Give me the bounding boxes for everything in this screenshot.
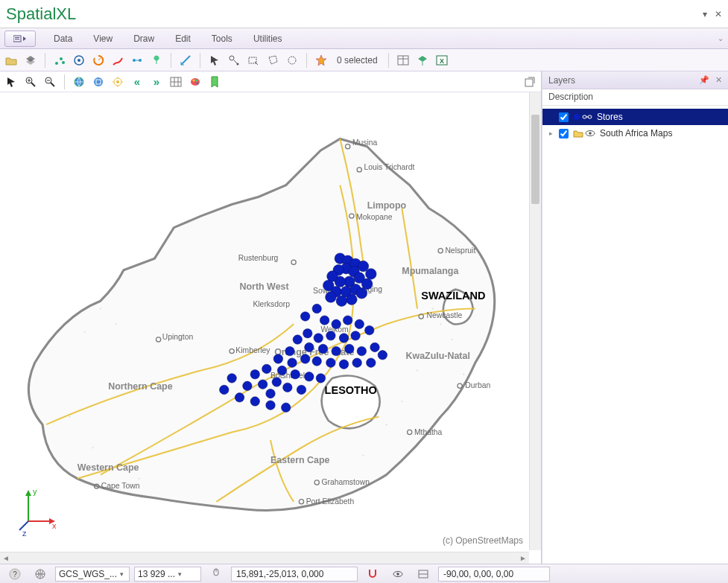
style-icon[interactable] (189, 75, 202, 89)
chevron-down-icon: ▾ (120, 570, 124, 578)
snapping-icon[interactable] (362, 567, 383, 582)
svg-point-132 (273, 354, 282, 363)
push-to-layer-icon[interactable] (416, 54, 429, 67)
measure-icon[interactable] (179, 54, 192, 67)
scroll-right-icon[interactable]: ► (517, 554, 529, 562)
svg-point-131 (262, 364, 271, 373)
svg-point-108 (318, 344, 327, 353)
map-scrollbar-horizontal[interactable]: ◄ ► (0, 552, 529, 564)
main-toolbar: 0 selected X (0, 49, 728, 71)
select-polygon-icon[interactable] (266, 54, 279, 67)
scale-combo[interactable]: 13 929 ... ▾ (134, 567, 201, 582)
expand-ribbon-icon[interactable]: ⌄ (718, 35, 724, 42)
close-icon[interactable]: ✕ (715, 10, 722, 19)
svg-point-125 (272, 377, 281, 386)
open-folder-icon[interactable] (4, 54, 18, 67)
menu-edit[interactable]: Edit (165, 31, 201, 47)
svg-point-137 (266, 401, 275, 410)
svg-point-100 (365, 325, 374, 334)
attribute-table-icon[interactable] (396, 54, 410, 67)
menu-utilities[interactable]: Utilities (243, 31, 293, 47)
map-svg: Limpopo Mpumalanga North West KwaZulu-Na… (0, 92, 541, 564)
title-bar: SpatialXL ▾ ✕ (0, 0, 728, 28)
svg-point-11 (154, 56, 159, 60)
territory-icon[interactable] (72, 54, 86, 67)
zoom-to-selection-icon[interactable] (92, 75, 105, 89)
svg-point-93 (326, 292, 337, 303)
svg-point-43 (197, 82, 199, 84)
layer-row-stores[interactable]: Stores (542, 109, 728, 125)
svg-point-122 (291, 370, 300, 379)
select-rect-icon[interactable] (247, 54, 260, 67)
projection-icon[interactable] (30, 567, 51, 582)
svg-point-113 (378, 351, 387, 360)
crs-combo[interactable]: GCS_WGS_... ▾ (55, 567, 130, 582)
extent-bounds-value: -90,00, 0,00, 0,00 (443, 569, 513, 579)
grid-thumb-icon[interactable] (169, 75, 183, 89)
pin-panel-icon[interactable]: 📌 (699, 75, 709, 85)
distance-icon[interactable] (130, 54, 144, 67)
full-extent-icon[interactable] (72, 75, 86, 89)
city-label: Nelspruit (445, 246, 475, 255)
svg-point-92 (336, 296, 347, 307)
minimize-icon[interactable]: ▾ (703, 10, 707, 19)
drive-time-icon[interactable] (92, 54, 105, 67)
svg-point-51 (401, 401, 402, 402)
prev-extent-icon[interactable]: « (130, 75, 144, 89)
toolbar-sep (200, 53, 200, 68)
map-canvas[interactable]: Limpopo Mpumalanga North West KwaZulu-Na… (0, 92, 541, 564)
app-menu-button[interactable] (4, 31, 36, 47)
toolbar-sep (64, 74, 65, 89)
pointer-icon[interactable] (4, 75, 18, 89)
link-icon (582, 113, 592, 121)
menu-view[interactable]: View (83, 31, 123, 47)
map-scrollbar-vertical[interactable] (529, 92, 541, 550)
svg-point-29 (94, 77, 103, 86)
layer-visibility-checkbox[interactable] (559, 112, 569, 122)
select-pointer-icon[interactable] (208, 54, 221, 67)
zoom-out-icon[interactable] (43, 75, 57, 89)
menu-draw[interactable]: Draw (123, 31, 165, 47)
select-circle-icon[interactable] (285, 54, 299, 67)
city-label: Upington (162, 333, 194, 341)
eye-indicator-icon[interactable] (387, 567, 408, 582)
svg-point-7 (77, 59, 80, 62)
svg-point-119 (300, 354, 309, 363)
map-settings-icon[interactable] (111, 75, 124, 89)
svg-point-140 (220, 385, 229, 394)
select-point-icon[interactable] (227, 54, 241, 67)
star-icon[interactable] (314, 54, 328, 67)
svg-point-114 (367, 358, 376, 367)
extent-bounds-icon (413, 567, 434, 582)
layers-panel-header: Layers 📌 ✕ (542, 71, 728, 89)
svg-point-52 (386, 424, 387, 425)
expander-icon[interactable]: ▸ (547, 130, 554, 137)
province-label: Eastern Cape (270, 455, 330, 465)
layer-visibility-checkbox[interactable] (559, 129, 569, 138)
route-icon[interactable] (111, 54, 124, 67)
scroll-left-icon[interactable]: ◄ (0, 554, 12, 562)
plot-points-icon[interactable] (53, 54, 66, 67)
svg-point-152 (589, 132, 592, 135)
help-button[interactable]: ? (4, 567, 25, 582)
status-bar: ? GCS_WGS_... ▾ 13 929 ... ▾ 15,891,-25,… (0, 564, 728, 583)
next-extent-icon[interactable]: » (150, 75, 163, 89)
svg-point-91 (346, 294, 358, 305)
svg-point-94 (312, 304, 321, 313)
bookmark-icon[interactable] (208, 75, 221, 89)
svg-point-97 (332, 319, 341, 328)
layers-icon[interactable] (24, 54, 37, 67)
svg-point-159 (396, 573, 399, 576)
close-panel-icon[interactable]: ✕ (715, 75, 722, 85)
svg-point-55 (115, 323, 117, 325)
menu-bar: Data View Draw Edit Tools Utilities ⌄ (0, 28, 728, 49)
pin-icon[interactable] (150, 54, 163, 67)
app-title: SpatialXL (6, 4, 76, 24)
menu-tools[interactable]: Tools (201, 31, 243, 47)
menu-data[interactable]: Data (43, 31, 83, 47)
city-label: Klerksdorp (253, 300, 290, 308)
export-excel-icon[interactable]: X (435, 54, 449, 67)
popout-icon[interactable] (523, 75, 536, 89)
layer-row-south-africa-maps[interactable]: ▸ South Africa Maps (542, 125, 728, 141)
zoom-in-icon[interactable] (24, 75, 37, 89)
